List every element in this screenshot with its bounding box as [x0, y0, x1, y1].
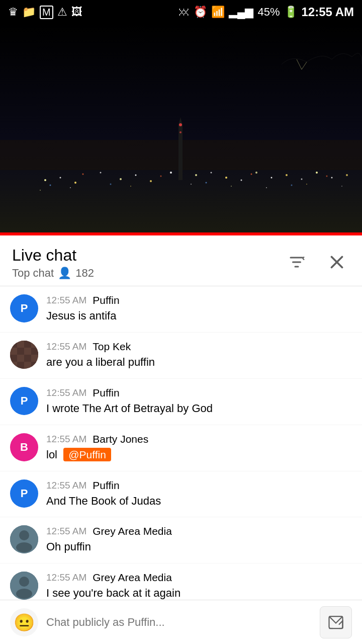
image-icon: 🖼 — [71, 6, 82, 19]
chat-message: 12:55 AM Top Kek are you a liberal puffi… — [0, 333, 362, 379]
svg-point-16 — [225, 177, 227, 179]
svg-rect-55 — [17, 362, 24, 369]
alarm-icon: ⏰ — [194, 6, 207, 19]
svg-rect-42 — [292, 261, 301, 263]
svg-point-19 — [271, 177, 273, 179]
viewer-count: 182 — [75, 267, 94, 280]
message-body: 12:55 AM Barty Jones lol @Puffin — [46, 433, 352, 463]
battery-text: 45% — [257, 6, 280, 19]
chat-input[interactable] — [46, 607, 312, 637]
chat-header-left: Live chat Top chat 👤 182 — [12, 246, 94, 280]
people-icon: 👤 — [58, 267, 71, 280]
svg-point-3 — [60, 177, 61, 179]
svg-point-20 — [286, 174, 288, 176]
message-body: 12:55 AM Grey Area Media Oh puffin — [46, 525, 352, 555]
message-author: Top Kek — [93, 341, 131, 353]
svg-point-58 — [19, 530, 29, 540]
chat-message: P 12:55 AM Puffin Jesus is antifa — [0, 286, 362, 333]
svg-rect-43 — [295, 266, 299, 267]
warning-icon: ⚠ — [57, 6, 67, 19]
svg-point-4 — [74, 182, 76, 184]
message-text: lol @Puffin — [46, 447, 352, 463]
grey-media-avatar — [10, 525, 38, 553]
video-content — [0, 24, 362, 235]
chat-title: Live chat — [12, 246, 94, 265]
svg-point-6 — [120, 178, 122, 180]
message-meta: 12:55 AM Barty Jones — [46, 433, 352, 445]
svg-point-9 — [170, 172, 172, 174]
svg-line-45 — [303, 258, 304, 260]
message-body: 12:55 AM Grey Area Media I see you're ba… — [46, 572, 352, 601]
message-text: I see you're back at it again — [46, 586, 352, 601]
tiled-avatar-pattern — [10, 341, 38, 369]
progress-bar[interactable] — [0, 232, 362, 235]
signal-icon: ▂▄▆ — [229, 6, 254, 19]
send-icon — [327, 613, 345, 631]
message-text: are you a liberal puffin — [46, 355, 352, 370]
message-meta: 12:55 AM Puffin — [46, 294, 352, 306]
chat-message: P 12:55 AM Puffin And The Book of Judas — [0, 471, 362, 518]
svg-point-38 — [266, 187, 267, 188]
svg-point-40 — [341, 186, 342, 187]
svg-point-39 — [306, 184, 307, 185]
message-time: 12:55 AM — [46, 480, 86, 491]
chat-message: B 12:55 AM Barty Jones lol @Puffin — [0, 425, 362, 471]
message-body: 12:55 AM Puffin Jesus is antifa — [46, 294, 352, 324]
folder-icon: 📁 — [22, 6, 36, 19]
message-meta: 12:55 AM Top Kek — [46, 341, 352, 353]
svg-rect-50 — [17, 348, 24, 355]
chat-subtitle: Top chat 👤 182 — [12, 267, 94, 280]
emoji-button[interactable]: 😐 — [10, 608, 38, 636]
filter-icon — [288, 253, 306, 271]
message-author: Puffin — [93, 294, 119, 306]
chat-input-bar: 😐 — [0, 600, 362, 644]
message-meta: 12:55 AM Puffin — [46, 387, 352, 399]
bluetooth-icon: ⯵ — [178, 6, 190, 19]
grey-media-avatar-2 — [10, 572, 38, 600]
chat-header-right — [284, 249, 350, 277]
svg-rect-49 — [10, 341, 17, 348]
top-chat-label: Top chat — [12, 267, 54, 280]
svg-point-26 — [110, 184, 112, 185]
video-player[interactable] — [0, 24, 362, 235]
chat-messages-list: P 12:55 AM Puffin Jesus is antifa — [0, 286, 362, 644]
avatar: P — [10, 479, 38, 508]
message-author: Puffin — [93, 387, 119, 399]
message-meta: 12:55 AM Puffin — [46, 479, 352, 492]
close-button[interactable] — [324, 249, 350, 277]
send-button[interactable] — [320, 606, 352, 638]
avatar: P — [10, 294, 38, 323]
message-author: Barty Jones — [93, 433, 148, 445]
battery-icon: 🔋 — [284, 6, 298, 19]
status-right-icons: ⯵ ⏰ 📶 ▂▄▆ 45% 🔋 12:55 AM — [178, 5, 354, 19]
svg-point-7 — [135, 175, 137, 176]
avatar — [10, 525, 38, 553]
svg-point-22 — [316, 172, 318, 174]
message-text: Jesus is antifa — [46, 308, 352, 324]
svg-point-13 — [179, 131, 182, 133]
chat-message: 12:55 AM Grey Area Media Oh puffin — [0, 517, 362, 564]
svg-point-17 — [241, 180, 242, 181]
svg-point-8 — [150, 180, 152, 182]
svg-rect-52 — [10, 355, 17, 362]
svg-point-24 — [346, 174, 348, 176]
svg-point-21 — [301, 179, 303, 180]
svg-point-18 — [255, 172, 257, 174]
message-author: Grey Area Media — [93, 525, 172, 537]
message-time: 12:55 AM — [46, 387, 86, 398]
message-time: 12:55 AM — [46, 526, 86, 537]
svg-point-30 — [160, 176, 162, 177]
mention-tag[interactable]: @Puffin — [63, 448, 111, 461]
message-time: 12:55 AM — [46, 341, 86, 352]
message-time: 12:55 AM — [46, 572, 86, 583]
svg-point-61 — [19, 577, 29, 587]
status-left-icons: ♛ 📁 M ⚠ 🖼 — [8, 6, 82, 19]
message-text: And The Book of Judas — [46, 494, 352, 509]
svg-point-15 — [211, 172, 212, 174]
emoji-icon: 😐 — [14, 612, 35, 632]
svg-point-36 — [191, 184, 192, 185]
filter-button[interactable] — [284, 249, 310, 277]
message-author: Puffin — [93, 479, 119, 492]
svg-point-59 — [16, 542, 32, 552]
svg-rect-51 — [24, 341, 31, 348]
